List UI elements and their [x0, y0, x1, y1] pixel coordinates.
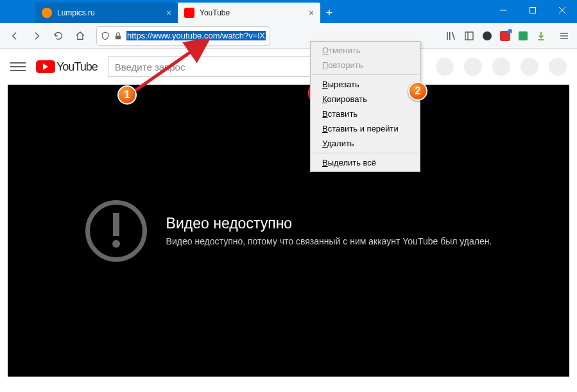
- callout-1: 1: [117, 85, 137, 105]
- tab-label: Lumpics.ru: [57, 8, 159, 17]
- play-icon: [36, 60, 55, 73]
- new-tab-button[interactable]: +: [320, 3, 338, 23]
- video-error-title: Видео недоступно: [166, 215, 492, 232]
- tab-strip: Lumpics.ru × YouTube × +: [35, 3, 338, 23]
- youtube-logo[interactable]: YouTube: [36, 60, 98, 74]
- close-tab-icon[interactable]: ×: [164, 8, 174, 18]
- ctx-redo: Повторить: [311, 58, 420, 72]
- svg-rect-5: [465, 32, 473, 40]
- video-error-subtitle: Видео недоступно, потому что связанный с…: [166, 236, 492, 246]
- tab-youtube[interactable]: YouTube ×: [178, 3, 320, 23]
- home-button[interactable]: [71, 26, 90, 46]
- close-window-button[interactable]: [547, 0, 577, 21]
- url-text[interactable]: https://www.youtube.com/watch?v=lX: [126, 29, 266, 43]
- close-tab-icon[interactable]: ×: [306, 8, 316, 18]
- tab-label: YouTube: [200, 8, 301, 17]
- tab-lumpics[interactable]: Lumpics.ru ×: [35, 3, 178, 23]
- ctx-delete[interactable]: Удалить: [311, 136, 420, 151]
- ctx-select-all[interactable]: Выделить всё: [311, 155, 420, 170]
- hamburger-icon[interactable]: [10, 59, 26, 74]
- minimize-button[interactable]: [488, 0, 518, 21]
- ctx-copy[interactable]: Копировать: [311, 92, 420, 107]
- svg-rect-4: [116, 35, 121, 39]
- shield-icon: [101, 31, 110, 40]
- ctx-cut[interactable]: Вырезать: [311, 77, 420, 92]
- header-placeholders: [436, 58, 567, 76]
- window-controls: [488, 0, 577, 21]
- ublock-icon[interactable]: [497, 28, 513, 44]
- youtube-wordmark: YouTube: [56, 60, 98, 74]
- ext-download-icon[interactable]: [533, 28, 549, 44]
- callout-2: 2: [408, 81, 427, 101]
- ext-green-icon[interactable]: [515, 28, 531, 44]
- youtube-header: YouTube Введите запрос: [0, 49, 577, 85]
- menu-button[interactable]: [556, 28, 572, 44]
- back-button[interactable]: [5, 26, 24, 46]
- ext-icon[interactable]: [479, 28, 495, 44]
- url-context-menu: Отменить Повторить Вырезать Копировать В…: [310, 41, 420, 172]
- search-placeholder: Введите запрос: [115, 62, 185, 72]
- browser-toolbar: https://www.youtube.com/watch?v=lX: [0, 23, 577, 49]
- svg-rect-10: [113, 213, 119, 236]
- window-titlebar: Lumpics.ru × YouTube × +: [0, 0, 577, 23]
- maximize-button[interactable]: [518, 0, 547, 21]
- ctx-undo: Отменить: [311, 43, 420, 58]
- toolbar-extensions: [444, 28, 572, 44]
- svg-point-11: [112, 240, 120, 248]
- ctx-paste-go[interactable]: Вставить и перейти: [311, 121, 420, 136]
- video-player-area: Видео недоступно Видео недоступно, потом…: [8, 85, 569, 377]
- library-icon[interactable]: [444, 28, 459, 44]
- svg-rect-1: [530, 8, 536, 13]
- sidebar-icon[interactable]: [461, 28, 477, 44]
- reload-button[interactable]: [49, 26, 68, 46]
- tab-favicon: [42, 8, 52, 18]
- search-input[interactable]: Введите запрос: [108, 56, 316, 77]
- lock-icon: [114, 31, 123, 40]
- ctx-paste[interactable]: Вставить: [311, 107, 420, 121]
- tab-favicon: [184, 8, 194, 18]
- exclamation-icon: [85, 200, 147, 262]
- url-bar[interactable]: https://www.youtube.com/watch?v=lX: [96, 26, 270, 46]
- forward-button[interactable]: [27, 26, 46, 46]
